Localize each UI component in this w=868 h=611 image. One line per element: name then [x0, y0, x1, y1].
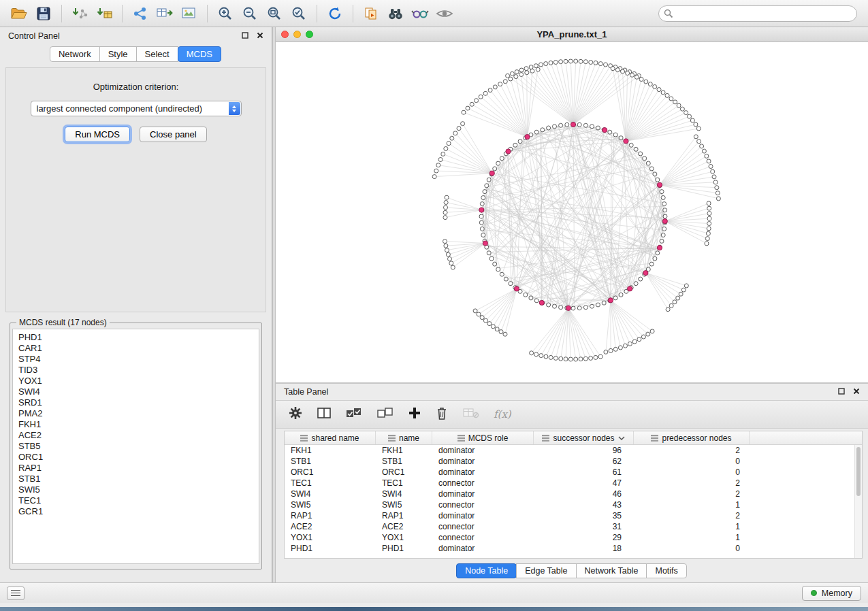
float-table-panel-icon[interactable]	[838, 387, 845, 397]
mcds-result-item[interactable]: PMA2	[18, 408, 253, 419]
refresh-icon	[327, 5, 343, 22]
memory-button[interactable]: Memory	[802, 586, 861, 601]
function-builder-button-disabled: f(x)	[494, 408, 511, 420]
tab-network[interactable]: Network	[50, 46, 100, 62]
tab-network-table[interactable]: Network Table	[576, 563, 647, 578]
save-icon	[36, 6, 51, 21]
hide-selected-button[interactable]	[408, 3, 432, 24]
import-network-button[interactable]	[67, 3, 92, 24]
tab-select[interactable]: Select	[136, 46, 178, 62]
delete-column-button[interactable]	[435, 406, 449, 423]
table-cell: ORC1	[285, 467, 376, 477]
table-cell: 29	[534, 533, 634, 542]
table-row[interactable]: PHD1PHD1dominator180	[285, 543, 862, 554]
table-cell: dominator	[432, 467, 534, 477]
column-header-filler	[750, 431, 862, 444]
search-input[interactable]	[658, 5, 857, 22]
eye-icon	[436, 7, 453, 20]
tab-mcds[interactable]: MCDS	[178, 46, 221, 62]
status-menu-button[interactable]	[7, 587, 25, 600]
refresh-button[interactable]	[323, 3, 347, 24]
table-row[interactable]: SWI5SWI5connector431	[285, 499, 862, 510]
deselect-all-button[interactable]	[376, 406, 394, 423]
show-details-button[interactable]	[432, 3, 457, 24]
table-scrollbar[interactable]	[854, 445, 862, 558]
mcds-result-item[interactable]: ORC1	[18, 452, 253, 463]
mcds-result-item[interactable]: PHD1	[18, 332, 253, 343]
table-row[interactable]: TEC1TEC1connector472	[285, 478, 862, 489]
zoom-in-icon	[217, 5, 234, 22]
copy-network-button[interactable]	[359, 3, 383, 24]
export-table-button[interactable]	[152, 3, 177, 24]
mcds-result-item[interactable]: STP4	[18, 354, 253, 365]
tab-motifs[interactable]: Motifs	[646, 563, 686, 578]
mcds-result-item[interactable]: TEC1	[18, 495, 253, 506]
save-session-button[interactable]	[31, 3, 56, 24]
tab-style[interactable]: Style	[99, 46, 137, 62]
table-cell: YOX1	[285, 533, 376, 542]
table-row[interactable]: FKH1FKH1dominator962	[285, 445, 862, 456]
column-header-name[interactable]: name	[376, 431, 432, 444]
columns-icon	[317, 406, 332, 420]
optimization-criterion-select[interactable]: largest connected component (undirected)	[31, 101, 242, 116]
table-row[interactable]: SWI4SWI4dominator462	[285, 489, 862, 499]
table-cell: 35	[534, 511, 634, 521]
window-maximize-icon[interactable]	[306, 31, 313, 38]
open-file-button[interactable]	[7, 3, 31, 24]
column-sort-icon	[388, 435, 396, 442]
mcds-result-item[interactable]: SWI5	[18, 484, 253, 495]
table-row[interactable]: YOX1YOX1connector291	[285, 532, 862, 543]
table-row[interactable]: RAP1RAP1dominator352	[285, 510, 862, 521]
mcds-result-item[interactable]: SWI4	[18, 386, 253, 397]
column-header-successor-nodes[interactable]: successor nodes	[534, 431, 634, 444]
import-table-button[interactable]	[92, 3, 116, 24]
table-cell: 2	[634, 511, 750, 521]
mcds-result-item[interactable]: CAR1	[18, 343, 253, 354]
search-network-button[interactable]	[383, 3, 408, 24]
show-columns-button[interactable]	[317, 406, 332, 423]
mcds-result-list[interactable]: PHD1CAR1STP4TID3YOX1SWI4SRD1PMA2FKH1ACE2…	[12, 329, 259, 564]
window-minimize-icon[interactable]	[293, 31, 301, 38]
export-image-button[interactable]	[177, 3, 202, 24]
close-panel-icon[interactable]	[257, 31, 263, 41]
tab-node-table[interactable]: Node Table	[456, 563, 517, 578]
zoom-in-button[interactable]	[213, 3, 238, 24]
memory-status-icon	[811, 590, 817, 596]
column-header-mcds-role[interactable]: MCDS role	[432, 431, 534, 444]
tab-edge-table[interactable]: Edge Table	[516, 563, 576, 578]
table-row[interactable]: STB1STB1dominator620	[285, 456, 862, 467]
table-row[interactable]: ACE2ACE2connector311	[285, 521, 862, 532]
add-column-button[interactable]	[408, 406, 421, 423]
zoom-out-button[interactable]	[238, 3, 262, 24]
mcds-result-item[interactable]: FKH1	[18, 419, 253, 430]
close-mcds-panel-button[interactable]: Close panel	[140, 127, 207, 142]
column-header-shared-name[interactable]: shared name	[285, 431, 376, 444]
window-close-icon[interactable]	[281, 31, 289, 38]
mcds-result-item[interactable]: ACE2	[18, 430, 253, 441]
run-mcds-button[interactable]: Run MCDS	[65, 127, 130, 142]
mcds-result-item[interactable]: STB5	[18, 441, 253, 452]
export-network-button[interactable]	[128, 3, 152, 24]
mcds-result-item[interactable]: RAP1	[18, 463, 253, 474]
table-cell: 2	[634, 446, 750, 455]
mcds-result-item[interactable]: STB1	[18, 474, 253, 484]
optimization-criterion-label: Optimization criterion:	[6, 82, 266, 92]
select-all-button[interactable]	[345, 406, 363, 423]
close-table-panel-icon[interactable]	[853, 387, 860, 397]
table-settings-button[interactable]	[288, 406, 303, 423]
mcds-result-item[interactable]: GCR1	[18, 506, 253, 517]
float-panel-icon[interactable]	[242, 31, 248, 41]
mcds-result-item[interactable]: SRD1	[18, 397, 253, 408]
column-header-predecessor-nodes[interactable]: predecessor nodes	[634, 431, 750, 444]
zoom-selected-button[interactable]	[287, 3, 311, 24]
network-graph[interactable]	[276, 42, 868, 382]
scrollbar-thumb[interactable]	[856, 447, 861, 496]
table-cell: dominator	[432, 489, 534, 499]
mcds-result-item[interactable]: TID3	[18, 365, 253, 376]
dropdown-selected-value: largest connected component (undirected)	[37, 103, 203, 114]
trash-icon	[435, 406, 449, 420]
zoom-fit-button[interactable]	[262, 3, 287, 24]
mcds-result-item[interactable]: YOX1	[18, 376, 253, 386]
table-row[interactable]: ORC1ORC1dominator610	[285, 467, 862, 478]
column-sort-icon	[457, 435, 465, 442]
